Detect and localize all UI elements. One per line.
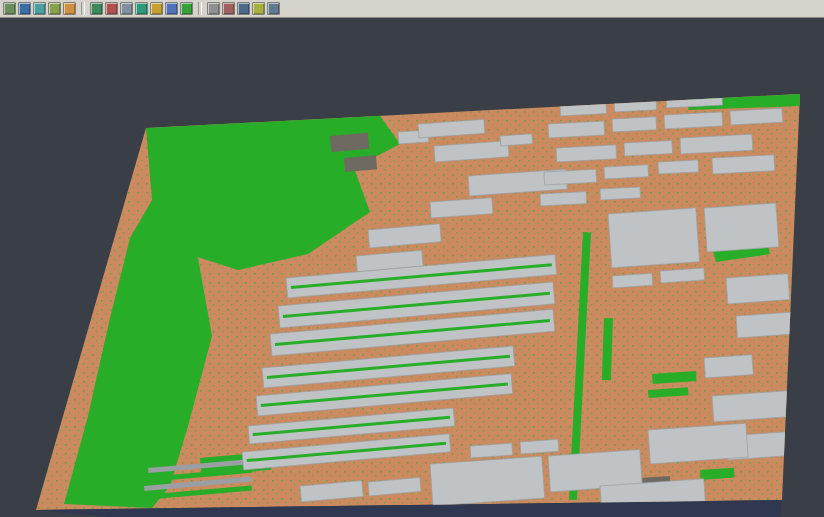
building-roof [614, 98, 657, 112]
building-roof [730, 108, 783, 125]
building-roof [704, 355, 753, 378]
toolbar-icon-1[interactable] [3, 2, 16, 15]
application-window [0, 0, 824, 517]
toolbar-icon-6[interactable] [90, 2, 103, 15]
toolbar-icon-8[interactable] [120, 2, 133, 15]
building-roof [430, 456, 545, 506]
3d-viewport[interactable] [0, 18, 824, 517]
building-roof [664, 112, 723, 129]
building-roof [726, 274, 790, 304]
building-roof [544, 169, 597, 185]
toolbar-icon-17[interactable] [267, 2, 280, 15]
building-roof [600, 187, 641, 200]
toolbar-icon-3[interactable] [33, 2, 46, 15]
toolbar-icon-4[interactable] [48, 2, 61, 15]
building-roof [660, 268, 705, 283]
toolbar-group-3 [207, 2, 280, 15]
building-roof [680, 134, 753, 154]
toolbar-icon-10[interactable] [150, 2, 163, 15]
building-roof [666, 93, 723, 108]
building-roof [604, 165, 649, 179]
toolbar-separator [81, 2, 85, 15]
building-roof [624, 140, 673, 155]
building-roof [612, 117, 657, 132]
toolbar-icon-14[interactable] [222, 2, 235, 15]
building-roof [658, 160, 699, 174]
building-roof [548, 121, 605, 138]
building-roof [612, 273, 653, 288]
toolbar-icon-9[interactable] [135, 2, 148, 15]
toolbar-icon-11[interactable] [165, 2, 178, 15]
building-roof [648, 423, 748, 464]
toolbar-icon-12[interactable] [180, 2, 193, 15]
building-roof [560, 102, 607, 116]
building-roof [608, 208, 700, 268]
shed-roof [330, 133, 369, 152]
toolbar-icon-5[interactable] [63, 2, 76, 15]
building-roof [712, 390, 796, 422]
point-cloud-scene [0, 18, 824, 517]
toolbar-icon-7[interactable] [105, 2, 118, 15]
toolbar-icon-15[interactable] [237, 2, 250, 15]
toolbar-group-2 [90, 2, 193, 15]
building-roof [520, 439, 559, 454]
building-roof [704, 203, 779, 252]
building-roof [556, 145, 617, 162]
shed-roof [344, 155, 377, 172]
toolbar-icon-2[interactable] [18, 2, 31, 15]
building-roof [500, 134, 533, 146]
toolbar-group-1 [3, 2, 76, 15]
building-roof [712, 155, 775, 174]
toolbar-icon-13[interactable] [207, 2, 220, 15]
building-roof [540, 192, 587, 206]
scene-shapes [0, 18, 824, 517]
toolbar-separator [198, 2, 202, 15]
toolbar [0, 0, 824, 18]
building-roof [736, 312, 795, 338]
building-roof [470, 443, 513, 458]
toolbar-icon-16[interactable] [252, 2, 265, 15]
